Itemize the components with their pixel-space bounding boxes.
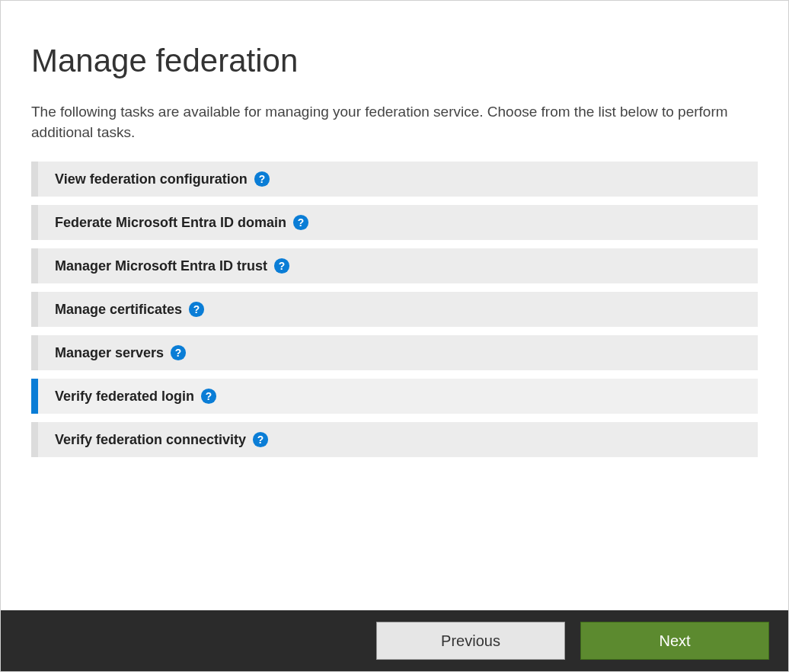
wizard-window: Manage federation The following tasks ar… xyxy=(0,0,789,672)
task-label: Manager servers xyxy=(55,345,164,361)
task-accent-bar xyxy=(31,205,38,240)
task-label: Verify federation connectivity xyxy=(55,432,246,448)
next-button[interactable]: Next xyxy=(580,622,769,660)
help-icon[interactable]: ? xyxy=(252,431,269,448)
content-area: Manage federation The following tasks ar… xyxy=(1,1,788,457)
task-item[interactable]: Federate Microsoft Entra ID domain ? xyxy=(31,205,758,240)
task-item[interactable]: Manager servers ? xyxy=(31,335,758,370)
help-icon[interactable]: ? xyxy=(200,388,217,405)
help-icon[interactable]: ? xyxy=(273,258,290,274)
task-item[interactable]: Verify federated login ? xyxy=(31,379,758,414)
task-accent-bar xyxy=(31,335,38,370)
task-accent-bar xyxy=(31,248,38,283)
task-label: Federate Microsoft Entra ID domain xyxy=(55,215,286,231)
svg-text:?: ? xyxy=(193,304,200,315)
svg-text:?: ? xyxy=(298,217,304,229)
task-label: Manage certificates xyxy=(55,302,182,318)
help-icon[interactable]: ? xyxy=(254,171,270,187)
task-accent-bar xyxy=(31,422,38,457)
svg-text:?: ? xyxy=(257,434,264,446)
help-icon[interactable]: ? xyxy=(170,344,187,361)
svg-text:?: ? xyxy=(259,174,265,185)
page-title: Manage federation xyxy=(31,43,758,79)
wizard-footer: Previous Next xyxy=(1,610,788,671)
task-accent-bar xyxy=(31,162,38,197)
task-item[interactable]: Verify federation connectivity ? xyxy=(31,422,758,457)
help-icon[interactable]: ? xyxy=(292,214,309,231)
svg-text:?: ? xyxy=(206,391,212,402)
previous-button[interactable]: Previous xyxy=(376,622,565,660)
page-description: The following tasks are available for ma… xyxy=(31,102,758,142)
task-item[interactable]: View federation configuration ? xyxy=(31,162,758,197)
svg-text:?: ? xyxy=(279,261,285,272)
task-list: View federation configuration ? Federate… xyxy=(31,162,758,457)
task-accent-bar xyxy=(31,379,38,414)
task-label: Verify federated login xyxy=(55,389,194,405)
task-label: View federation configuration xyxy=(55,171,248,187)
task-item[interactable]: Manage certificates ? xyxy=(31,292,758,327)
task-item[interactable]: Manager Microsoft Entra ID trust ? xyxy=(31,248,758,283)
task-label: Manager Microsoft Entra ID trust xyxy=(55,258,267,274)
svg-text:?: ? xyxy=(175,347,181,359)
task-accent-bar xyxy=(31,292,38,327)
help-icon[interactable]: ? xyxy=(188,301,205,318)
